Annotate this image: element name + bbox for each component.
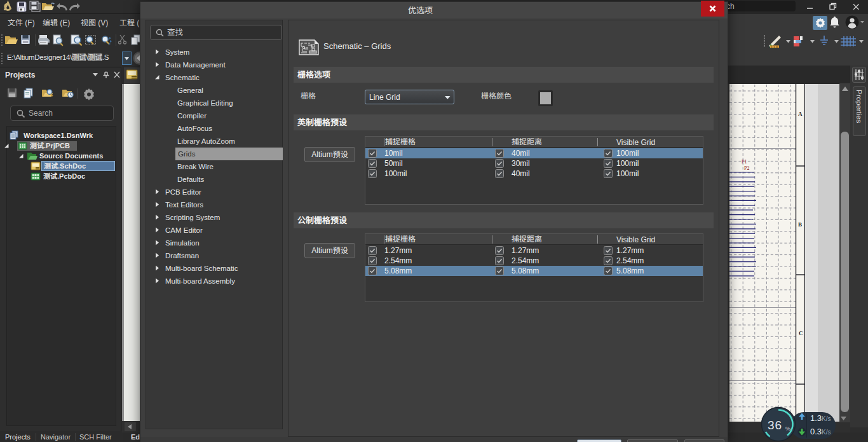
svg-text:1.3K/s: 1.3K/s	[810, 413, 831, 423]
svg-text:P1: P1	[742, 159, 747, 165]
svg-text:C: C	[799, 330, 803, 336]
svg-text:A: A	[798, 111, 803, 117]
svg-text:%: %	[785, 425, 790, 432]
svg-text:B: B	[798, 221, 802, 228]
svg-text:0.3K/s: 0.3K/s	[810, 427, 831, 436]
svg-text:36: 36	[768, 418, 782, 432]
svg-text:P2: P2	[744, 165, 749, 171]
